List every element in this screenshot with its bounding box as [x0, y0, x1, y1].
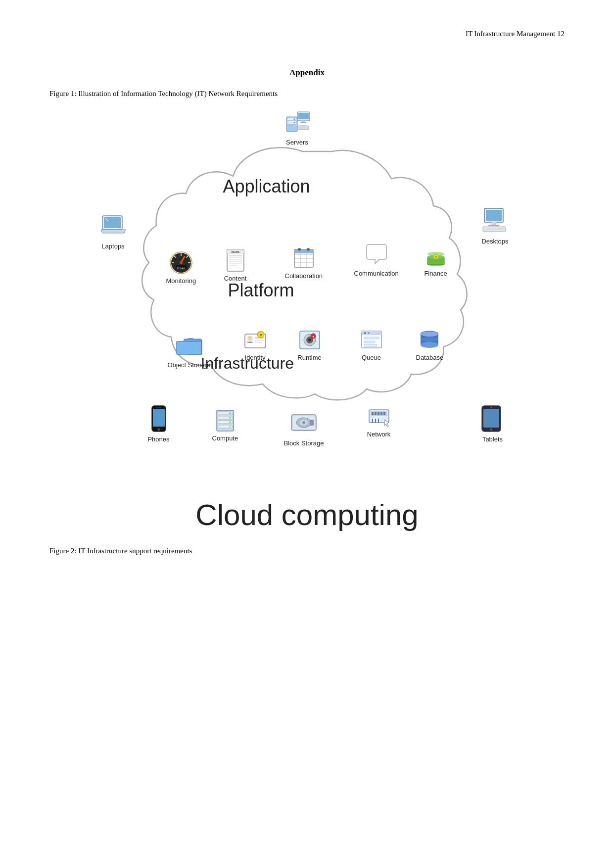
platform-label: Platform — [228, 280, 294, 301]
content-icon: NEWS — [223, 248, 248, 273]
svg-rect-6 — [298, 113, 309, 119]
queue-item: Queue — [359, 327, 384, 361]
finance-item: $ Finance — [424, 243, 448, 277]
svg-point-83 — [421, 337, 438, 342]
figure2-caption: Figure 2: IT Infrastructure support requ… — [49, 547, 565, 555]
svg-rect-106 — [372, 412, 374, 415]
svg-rect-8 — [300, 122, 306, 123]
database-item: Database — [416, 327, 444, 361]
communication-item: Communication — [354, 243, 399, 277]
desktops-icon — [480, 206, 510, 236]
svg-point-76 — [368, 332, 370, 334]
laptops-icon — [98, 211, 128, 241]
svg-rect-20 — [483, 227, 506, 232]
finance-icon: $ — [424, 243, 448, 268]
svg-rect-18 — [491, 222, 496, 225]
svg-point-96 — [229, 422, 231, 423]
svg-rect-17 — [486, 210, 502, 221]
infrastructure-label: Infrastructure — [201, 354, 294, 373]
svg-rect-86 — [153, 409, 165, 427]
svg-rect-77 — [364, 337, 379, 339]
database-icon — [417, 327, 442, 352]
tablets-item: Tablets — [478, 404, 508, 443]
runtime-item: ● Runtime — [297, 327, 322, 361]
object-storage-icon — [174, 330, 204, 359]
runtime-icon: ● — [297, 327, 322, 352]
queue-icon — [359, 327, 384, 352]
page-header: IT Infrastructure Management 12 — [49, 30, 565, 38]
svg-point-82 — [421, 342, 438, 348]
svg-rect-88 — [156, 407, 161, 408]
block-storage-icon — [289, 408, 319, 437]
collaboration-item: Collaboration — [285, 245, 323, 280]
svg-text:★: ★ — [259, 333, 262, 337]
svg-rect-116 — [483, 409, 499, 428]
svg-point-87 — [157, 428, 160, 431]
svg-point-4 — [293, 122, 295, 123]
svg-rect-110 — [383, 412, 385, 415]
appendix-title: Appendix — [49, 68, 565, 78]
monitoring-icon: SPEED — [169, 250, 193, 275]
compute-item: Compute — [212, 408, 238, 442]
tablets-icon — [478, 404, 508, 434]
svg-point-95 — [229, 417, 231, 419]
svg-text:SPEED: SPEED — [177, 266, 185, 269]
svg-point-117 — [490, 429, 492, 431]
svg-text:NEWS: NEWS — [231, 250, 239, 253]
network-icon — [367, 404, 391, 429]
monitoring-item: SPEED Monitoring — [166, 250, 196, 285]
cloud-diagram: Servers Laptops — [90, 107, 525, 493]
svg-rect-79 — [364, 344, 377, 346]
svg-point-51 — [307, 248, 310, 251]
svg-rect-58 — [177, 341, 201, 354]
phones-icon — [144, 404, 174, 434]
svg-point-97 — [229, 426, 231, 428]
svg-point-102 — [302, 421, 305, 424]
svg-point-31 — [180, 261, 183, 264]
communication-icon — [364, 243, 389, 268]
svg-point-118 — [490, 407, 492, 408]
figure1-caption: Figure 1: Illustration of Information Te… — [49, 90, 565, 98]
diagram-container: Servers Laptops — [49, 107, 565, 493]
svg-rect-103 — [310, 420, 314, 426]
svg-rect-107 — [375, 412, 377, 415]
svg-point-94 — [229, 413, 231, 414]
cloud-computing-label: Cloud computing — [49, 498, 565, 532]
svg-rect-7 — [302, 121, 305, 122]
svg-rect-108 — [378, 412, 379, 415]
desktops-item: Desktops — [480, 206, 510, 245]
svg-rect-78 — [364, 341, 375, 343]
svg-point-50 — [298, 248, 301, 251]
svg-point-84 — [421, 331, 438, 337]
servers-item: Servers — [283, 107, 312, 146]
svg-rect-19 — [488, 225, 499, 226]
svg-point-3 — [293, 118, 295, 120]
svg-text:●: ● — [312, 335, 314, 338]
block-storage-item: Block Storage — [284, 408, 324, 447]
laptops-item: Laptops — [98, 211, 128, 250]
collaboration-icon — [291, 245, 316, 270]
svg-point-70 — [308, 338, 311, 341]
network-item: Network — [367, 404, 391, 438]
svg-rect-109 — [380, 412, 382, 415]
application-label: Application — [223, 176, 310, 197]
identity-icon: ★ — [243, 327, 268, 352]
phones-item: Phones — [144, 404, 174, 443]
svg-point-61 — [248, 336, 252, 340]
compute-icon — [213, 408, 237, 433]
content-item: NEWS Content — [223, 248, 248, 282]
svg-point-75 — [364, 332, 366, 334]
svg-rect-44 — [294, 249, 313, 253]
servers-icon — [283, 107, 312, 137]
